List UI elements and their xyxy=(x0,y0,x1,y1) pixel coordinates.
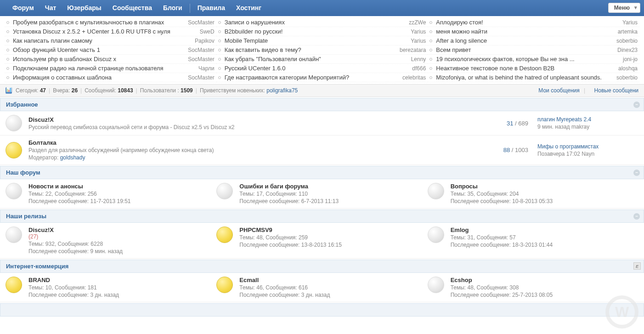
post-author[interactable]: zzZWe xyxy=(406,19,426,26)
forum-title[interactable]: Ecmall xyxy=(239,277,259,283)
menu-button[interactable]: Меню xyxy=(608,3,640,13)
post-row[interactable]: Подключаем радио на личной странице поль… xyxy=(5,64,216,73)
post-title[interactable]: Русский UCenter 1.6.0 xyxy=(225,65,410,72)
forum-title[interactable]: Emlog xyxy=(451,226,469,233)
post-row[interactable]: меня можно найти artemka xyxy=(428,27,639,36)
last-post-link[interactable]: плагин Myrepeats 2.4 xyxy=(537,116,591,123)
post-row[interactable]: Используем php в шаблонах Discuz x SocMa… xyxy=(5,55,216,64)
post-title[interactable]: Как вставить видео в тему? xyxy=(225,46,397,53)
post-row[interactable]: Обзор функций Ucenter часть 1 SocMaster xyxy=(5,45,216,55)
post-author[interactable]: SweD xyxy=(197,28,215,35)
last-post-link[interactable]: Мифы о программистах xyxy=(537,143,599,150)
post-title[interactable]: 19 психологических фактов, которые Вы не… xyxy=(436,56,620,62)
post-row[interactable]: Mobile Template Yarius xyxy=(216,36,428,45)
post-title[interactable]: After a long silence xyxy=(436,37,614,44)
forum-title[interactable]: Discuz!X xyxy=(28,226,54,233)
post-author[interactable]: Yarius xyxy=(408,38,426,44)
forum-title[interactable]: Новости и анонсы xyxy=(28,183,83,190)
forum-title[interactable]: Ошибки и баги форума xyxy=(239,183,308,190)
posts-col-2: Записи о нарушениях zzZWe B2bbuilder по … xyxy=(216,18,428,82)
post-row[interactable]: Пробуем разобраться с мультиязычностью в… xyxy=(5,18,216,27)
section-releases[interactable]: Наши релизы – xyxy=(0,209,644,223)
post-row[interactable]: Русский UCenter 1.6.0 df666 xyxy=(216,64,428,73)
post-title[interactable]: Всем привет xyxy=(436,46,615,53)
post-row[interactable]: B2bbuilder по русски! Yarius xyxy=(216,27,428,36)
post-author[interactable]: Чарли xyxy=(196,65,215,72)
section-ecommerce[interactable]: Интернет-коммерция E xyxy=(0,260,644,273)
post-author[interactable]: SocMaster xyxy=(185,47,214,53)
post-row[interactable]: After a long silence soberbio xyxy=(428,36,639,45)
post-author[interactable]: Lenny xyxy=(408,56,426,62)
new-user-link[interactable]: poligrafika75 xyxy=(266,87,298,94)
post-author[interactable]: artemka xyxy=(615,28,638,35)
post-row[interactable]: Где настраиваются категории Мероприятий?… xyxy=(216,73,428,82)
nav-userbars[interactable]: Юзербары xyxy=(62,0,107,16)
post-author[interactable]: Yarius xyxy=(408,28,426,35)
moderator-link[interactable]: goldshady xyxy=(60,154,85,161)
post-row[interactable]: Как вставить видео в тему? berezatara xyxy=(216,45,428,55)
post-title[interactable]: Используем php в шаблонах Discuz x xyxy=(13,56,185,62)
forum-title[interactable]: BRAND xyxy=(28,277,50,283)
post-row[interactable]: Информация о составных шаблона SocMaster xyxy=(5,73,216,82)
post-title[interactable]: Информация о составных шаблона xyxy=(13,74,185,81)
nav-communities[interactable]: Сообщества xyxy=(107,0,158,16)
post-title[interactable]: Mizofoniya, or what is behind the hatred… xyxy=(436,74,614,81)
post-title[interactable]: Как убрать "Пользователи онлайн" xyxy=(225,56,408,62)
post-title[interactable]: Пробуем разобраться с мультиязычностью в… xyxy=(13,19,185,26)
post-row[interactable]: Всем привет Dinex23 xyxy=(428,45,639,55)
post-author[interactable]: celebritas xyxy=(400,74,426,81)
post-author[interactable]: soberbio xyxy=(614,38,638,44)
post-author[interactable]: Papikov xyxy=(192,38,215,44)
post-author[interactable]: berezatara xyxy=(397,47,426,53)
post-title[interactable]: Как написать плагин самому xyxy=(13,37,192,44)
post-title[interactable]: меня можно найти xyxy=(436,28,615,35)
post-author[interactable]: aloshqa xyxy=(616,65,638,72)
collapse-icon[interactable]: – xyxy=(633,170,640,176)
post-author[interactable]: SocMaster xyxy=(185,19,214,26)
post-author[interactable]: Dinex23 xyxy=(615,47,638,53)
forum-title[interactable]: Discuz!X xyxy=(28,116,54,123)
post-author[interactable]: SocMaster xyxy=(185,74,214,81)
post-title[interactable]: Аплодирую стоя! xyxy=(436,19,620,26)
nav-chat[interactable]: Чат xyxy=(40,0,62,16)
my-posts-link[interactable]: Мои сообщения xyxy=(538,87,579,94)
collapse-icon[interactable]: – xyxy=(633,102,640,108)
post-title[interactable]: Установка Discuz x 2.5.2 + UCenter 1.6.0… xyxy=(13,28,197,35)
new-posts-link[interactable]: Новые сообщени xyxy=(594,87,638,94)
post-title[interactable]: Mobile Template xyxy=(225,37,408,44)
post-row[interactable]: Установка Discuz x 2.5.2 + UCenter 1.6.0… xyxy=(5,27,216,36)
post-author[interactable]: soberbio xyxy=(614,74,638,81)
post-title[interactable]: Записи о нарушениях xyxy=(225,19,407,26)
nav-forum[interactable]: Форум xyxy=(7,0,40,16)
post-author[interactable]: joni-jo xyxy=(620,56,638,62)
nav-hosting[interactable]: Хостинг xyxy=(231,0,267,16)
section-our-forum[interactable]: Наш форум – xyxy=(0,166,644,179)
post-title[interactable]: Неактивное текстовое поле в Destoon B2B xyxy=(436,65,616,72)
post-row[interactable]: Как убрать "Пользователи онлайн" Lenny xyxy=(216,55,428,64)
post-title[interactable]: B2bbuilder по русски! xyxy=(225,28,408,35)
forum-icon xyxy=(6,226,22,243)
section-favorites[interactable]: Избранное – xyxy=(0,98,644,111)
section-title: Наши релизы xyxy=(6,213,46,220)
forum-title[interactable]: Болталка xyxy=(28,139,56,146)
forum-title[interactable]: Ecshop xyxy=(451,277,472,283)
section-next[interactable] xyxy=(0,303,644,317)
post-row[interactable]: Mizofoniya, or what is behind the hatred… xyxy=(428,73,639,82)
post-row[interactable]: Как написать плагин самому Papikov xyxy=(5,36,216,45)
nav-blogs[interactable]: Блоги xyxy=(158,0,188,16)
post-row[interactable]: Неактивное текстовое поле в Destoon B2B … xyxy=(428,64,639,73)
post-title[interactable]: Подключаем радио на личной странице поль… xyxy=(13,65,196,72)
post-title[interactable]: Обзор функций Ucenter часть 1 xyxy=(13,46,185,53)
post-row[interactable]: Аплодирую стоя! Yarius xyxy=(428,18,639,27)
edit-icon[interactable]: E xyxy=(633,262,641,270)
forum-title[interactable]: PHPCMSV9 xyxy=(239,226,272,233)
post-title[interactable]: Где настраиваются категории Мероприятий? xyxy=(225,74,400,81)
post-author[interactable]: df666 xyxy=(409,65,426,72)
collapse-icon[interactable]: – xyxy=(633,213,640,220)
nav-rules[interactable]: Правила xyxy=(192,0,231,16)
post-row[interactable]: 19 психологических фактов, которые Вы не… xyxy=(428,55,639,64)
post-row[interactable]: Записи о нарушениях zzZWe xyxy=(216,18,428,27)
forum-title[interactable]: Вопросы xyxy=(451,183,478,190)
post-author[interactable]: Yarius xyxy=(620,19,638,26)
post-author[interactable]: SocMaster xyxy=(185,56,214,62)
